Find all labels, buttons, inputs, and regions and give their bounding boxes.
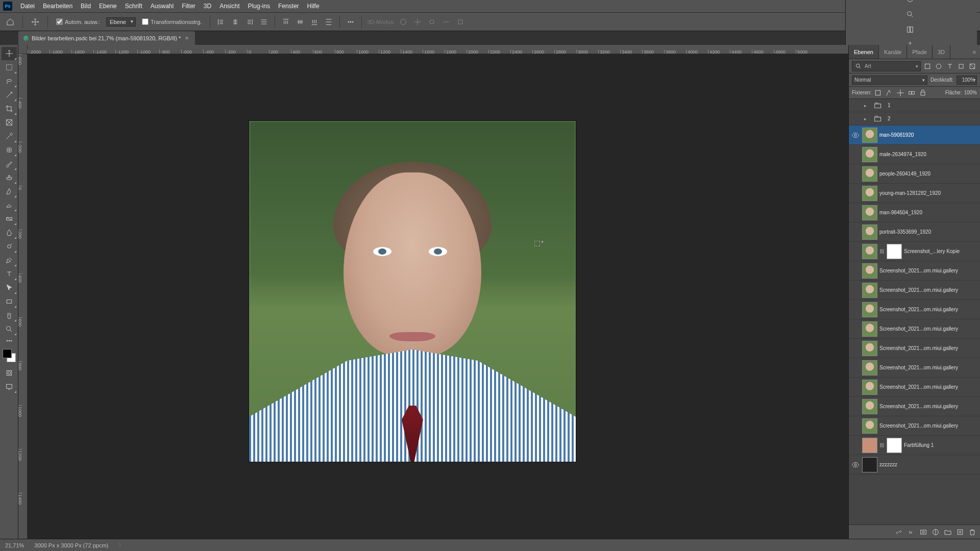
menu-plugins[interactable]: Plug-ins xyxy=(244,0,274,12)
vertical-ruler[interactable]: -600-400-2000200400600800100012001400 xyxy=(18,54,28,539)
layer-thumbnail[interactable] xyxy=(862,321,877,337)
layer-mask-thumbnail[interactable] xyxy=(887,244,902,259)
menu-auswahl[interactable]: Auswahl xyxy=(146,0,178,12)
visibility-toggle[interactable] xyxy=(851,131,860,140)
visibility-toggle[interactable] xyxy=(851,305,860,314)
layer-row[interactable]: ⛓Farbfüllung 1 xyxy=(849,436,980,455)
layer-name[interactable]: 1 xyxy=(888,103,978,108)
visibility-toggle[interactable] xyxy=(851,247,860,256)
layer-name[interactable]: Screenshot_2021...om.miui.gallery xyxy=(879,287,978,293)
layer-name[interactable]: Screenshot_...lery Kopie xyxy=(904,248,978,254)
layer-name[interactable]: 2 xyxy=(888,116,978,121)
layer-thumbnail[interactable] xyxy=(862,244,877,259)
menu-fenster[interactable]: Fenster xyxy=(274,0,303,12)
layer-thumbnail[interactable] xyxy=(862,186,877,201)
color-swatches[interactable] xyxy=(3,349,16,362)
screen-mode-icon[interactable] xyxy=(2,380,17,393)
adjustment-layer-icon[interactable] xyxy=(930,527,941,538)
type-tool[interactable] xyxy=(2,267,17,281)
marquee-tool[interactable] xyxy=(2,61,17,74)
quick-mask-icon[interactable] xyxy=(2,366,17,380)
transform-controls-input[interactable] xyxy=(142,18,149,25)
clone-stamp-tool[interactable] xyxy=(2,171,17,184)
layer-thumbnail[interactable] xyxy=(862,263,877,279)
auto-select-input[interactable] xyxy=(56,18,63,25)
auto-select-checkbox[interactable]: Autom. ausw.: xyxy=(53,18,103,25)
layer-thumbnail[interactable] xyxy=(862,128,877,143)
edit-toolbar-icon[interactable] xyxy=(2,336,17,345)
layer-row[interactable]: Screenshot_2021...om.miui.gallery xyxy=(849,339,980,358)
new-group-icon[interactable] xyxy=(942,527,953,538)
layer-row[interactable]: male-2634974_1920 xyxy=(849,145,980,164)
home-button[interactable] xyxy=(3,15,17,29)
filter-adjust-icon[interactable] xyxy=(934,62,943,71)
layer-row[interactable]: people-2604149_1920 xyxy=(849,164,980,184)
visibility-toggle[interactable] xyxy=(851,101,860,110)
layer-name[interactable]: man-984504_1920 xyxy=(879,210,978,215)
layer-row[interactable]: Screenshot_2021...om.miui.gallery xyxy=(849,319,980,339)
cloud-docs-icon[interactable] xyxy=(904,0,916,5)
document-tab[interactable]: Bilder bearbeiten.psdc bei 21,7% (man-59… xyxy=(18,31,195,45)
more-options-icon[interactable] xyxy=(345,16,356,28)
frame-tool[interactable] xyxy=(2,116,17,129)
layer-row[interactable]: ⛓Screenshot_...lery Kopie xyxy=(849,242,980,261)
canvas[interactable] xyxy=(28,54,848,539)
align-right-icon[interactable] xyxy=(244,16,255,28)
layer-thumbnail[interactable] xyxy=(862,147,877,162)
layer-row[interactable]: Screenshot_2021...om.miui.gallery xyxy=(849,281,980,300)
align-left-icon[interactable] xyxy=(215,16,227,28)
search-icon[interactable] xyxy=(904,9,916,20)
layer-row[interactable]: Screenshot_2021...om.miui.gallery xyxy=(849,397,980,416)
lock-transparency-icon[interactable] xyxy=(873,88,883,97)
document-image[interactable] xyxy=(249,121,576,462)
more-align-icon[interactable] xyxy=(258,16,270,28)
visibility-toggle[interactable] xyxy=(851,114,860,123)
expand-icon[interactable]: ▸ xyxy=(862,116,868,121)
zoom-tool[interactable] xyxy=(2,322,17,336)
layer-row[interactable]: Screenshot_2021...om.miui.gallery xyxy=(849,300,980,319)
visibility-toggle[interactable] xyxy=(851,286,860,295)
lock-all-icon[interactable] xyxy=(918,88,927,97)
blend-mode-select[interactable]: Normal xyxy=(852,76,927,85)
align-bottom-icon[interactable] xyxy=(309,16,320,28)
transform-controls-checkbox[interactable]: Transformationsstrg. xyxy=(139,18,205,25)
fill-value[interactable]: 100% xyxy=(964,90,977,95)
layer-thumbnail[interactable] xyxy=(862,283,877,298)
panel-tab-3d[interactable]: 3D xyxy=(933,45,950,59)
ruler-origin[interactable] xyxy=(18,45,28,54)
menu-hilfe[interactable]: Hilfe xyxy=(303,0,324,12)
panel-tab-ebenen[interactable]: Ebenen xyxy=(849,45,879,59)
visibility-toggle[interactable] xyxy=(851,189,860,198)
visibility-toggle[interactable] xyxy=(851,344,860,353)
tab-close-button[interactable]: × xyxy=(184,34,190,42)
menu-filter[interactable]: Filter xyxy=(178,0,200,12)
layer-row[interactable]: Screenshot_2021...om.miui.gallery xyxy=(849,378,980,397)
link-layers-icon[interactable] xyxy=(893,527,904,538)
layer-row[interactable]: portrait-3353699_1920 xyxy=(849,222,980,242)
layer-list[interactable]: ▸🗀1▸🗀2man-59081920male-2634974_1920peopl… xyxy=(849,99,980,524)
layer-name[interactable]: male-2634974_1920 xyxy=(879,152,978,157)
layer-name[interactable]: young-man-1281282_1920 xyxy=(879,190,978,196)
move-tool-icon[interactable] xyxy=(28,15,42,29)
layer-thumbnail[interactable] xyxy=(862,438,877,453)
filter-smart-icon[interactable] xyxy=(968,62,977,71)
layer-name[interactable]: Screenshot_2021...om.miui.gallery xyxy=(879,268,978,273)
layer-row[interactable]: ▸🗀2 xyxy=(849,112,980,126)
align-top-icon[interactable] xyxy=(280,16,291,28)
lasso-tool[interactable] xyxy=(2,74,17,88)
new-layer-icon[interactable] xyxy=(954,527,966,538)
align-vcenter-icon[interactable] xyxy=(295,16,306,28)
align-hcenter-icon[interactable] xyxy=(230,16,241,28)
layer-name[interactable]: Screenshot_2021...om.miui.gallery xyxy=(879,423,978,429)
eraser-tool[interactable] xyxy=(2,198,17,212)
menu-bearbeiten[interactable]: Bearbeiten xyxy=(39,0,77,12)
lock-nesting-icon[interactable] xyxy=(907,88,916,97)
pen-tool[interactable] xyxy=(2,254,17,267)
layer-name[interactable]: portrait-3353699_1920 xyxy=(879,229,978,235)
gradient-tool[interactable] xyxy=(2,212,17,226)
visibility-toggle[interactable] xyxy=(851,460,860,469)
rectangle-tool[interactable] xyxy=(2,295,17,308)
distribute-icon[interactable] xyxy=(323,16,334,28)
menu-schrift[interactable]: Schrift xyxy=(121,0,146,12)
auto-select-mode-select[interactable]: Ebene xyxy=(106,17,136,27)
